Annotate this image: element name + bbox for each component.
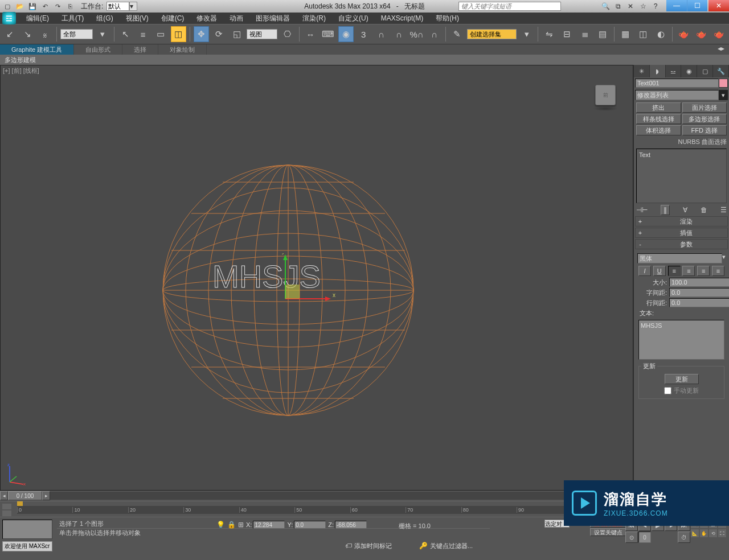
- snap-toggle-icon[interactable]: ◉: [338, 26, 354, 42]
- align-center-button[interactable]: ≡: [682, 266, 695, 276]
- italic-button[interactable]: I: [638, 266, 651, 276]
- exchange-icon[interactable]: ✕: [625, 2, 636, 11]
- setkey-button[interactable]: 设置关键点: [590, 528, 626, 536]
- pivot-icon[interactable]: ⎔: [280, 26, 295, 42]
- menu-views[interactable]: 视图(V): [120, 13, 154, 24]
- key-big-icon[interactable]: 🔑: [419, 542, 428, 550]
- align-icon[interactable]: ⊟: [559, 26, 575, 42]
- mod-btn-nurbs[interactable]: NURBS 曲面选择: [634, 137, 729, 147]
- fov-icon[interactable]: 📐: [690, 529, 699, 538]
- mod-btn-patchsel[interactable]: 面片选择: [682, 102, 727, 113]
- refcoord-dropdown[interactable]: 视图: [247, 29, 277, 39]
- select-rotate-icon[interactable]: ⟳: [211, 26, 227, 42]
- modifier-list-dropdown[interactable]: [635, 90, 719, 100]
- ribbon-panel-label[interactable]: 多边形建模: [5, 56, 36, 64]
- align-justify-button[interactable]: ≡: [712, 266, 724, 276]
- material-editor-icon[interactable]: ◐: [653, 26, 669, 42]
- object-color-swatch[interactable]: [719, 79, 728, 88]
- percent-snap-icon[interactable]: ∩: [374, 26, 389, 42]
- render-frame-icon[interactable]: 🫖: [694, 26, 709, 42]
- add-time-tag[interactable]: 添加时间标记: [354, 542, 392, 550]
- link-icon[interactable]: ⎘: [65, 2, 75, 11]
- rollout-interp[interactable]: + 插值: [635, 228, 728, 238]
- underline-button[interactable]: U: [653, 266, 666, 276]
- curve-editor-icon[interactable]: ▦: [618, 26, 633, 42]
- font-arrow-icon[interactable]: ▾: [722, 253, 726, 263]
- hierarchy-tab-icon[interactable]: ⚍: [666, 65, 682, 77]
- time-slider-track[interactable]: [50, 492, 633, 500]
- layers-icon[interactable]: ≣: [578, 26, 593, 42]
- modifier-stack[interactable]: Text: [636, 149, 727, 203]
- y-coord-input[interactable]: [294, 521, 326, 529]
- schematic-view-icon[interactable]: ◫: [636, 26, 651, 42]
- configure-sets-icon[interactable]: ☰: [720, 206, 727, 214]
- mod-btn-ffdsel[interactable]: FFD 选择: [682, 125, 727, 135]
- ribbon-more-icon[interactable]: ◂▸: [715, 44, 727, 52]
- time-slider-handle[interactable]: 0 / 100: [8, 491, 42, 500]
- redo-icon[interactable]: ↷: [52, 2, 63, 11]
- select-name-icon[interactable]: ≡: [136, 26, 151, 42]
- layer-explorer-icon[interactable]: ▤: [595, 26, 611, 42]
- modifier-list-arrow-icon[interactable]: ▾: [719, 90, 728, 100]
- menu-tools[interactable]: 工具(T): [56, 13, 89, 24]
- spinner-snap2-icon[interactable]: ∩: [427, 26, 442, 42]
- track-keys-icon[interactable]: [2, 510, 11, 516]
- time-prev-icon[interactable]: ◂: [0, 491, 8, 500]
- viewport-label[interactable]: [+] [前] [线框]: [3, 67, 39, 75]
- mod-btn-volsel[interactable]: 体积选择: [636, 125, 681, 135]
- render-production-icon[interactable]: 🫖: [711, 26, 727, 42]
- rollout-render[interactable]: + 渲染: [635, 216, 728, 227]
- named-selection-dropdown[interactable]: 创建选择集: [467, 29, 517, 39]
- lock2-icon[interactable]: 🔒: [227, 521, 236, 529]
- window-crossing-icon[interactable]: ◫: [171, 26, 186, 42]
- workspace-dropdown[interactable]: [107, 2, 129, 11]
- select-move-icon[interactable]: ✥: [194, 26, 209, 42]
- selection-filter-dropdown[interactable]: 全部: [60, 29, 92, 39]
- motion-tab-icon[interactable]: ◉: [681, 65, 697, 77]
- manipulate-icon[interactable]: ↔: [302, 26, 318, 42]
- search-icon[interactable]: 🔍: [600, 2, 611, 11]
- menu-edit[interactable]: 编辑(E): [21, 13, 55, 24]
- display-tab-icon[interactable]: ▢: [697, 65, 713, 77]
- track-expand-icon[interactable]: [2, 504, 11, 509]
- kerning-input[interactable]: [669, 288, 729, 297]
- x-coord-input[interactable]: [253, 521, 285, 529]
- viewport[interactable]: [+] [前] [线框] 前 MHSJS: [0, 65, 633, 491]
- size-input[interactable]: [669, 278, 729, 287]
- mod-btn-splinesel[interactable]: 样条线选择: [636, 114, 681, 124]
- pin-stack-icon[interactable]: ⊣⊢: [636, 206, 648, 214]
- mirror-icon[interactable]: ⇋: [542, 26, 557, 42]
- menu-animation[interactable]: 动画: [224, 13, 249, 24]
- percent-snap2-icon[interactable]: %∩: [409, 26, 424, 42]
- menu-group[interactable]: 组(G): [91, 13, 118, 24]
- subscription-icon[interactable]: ⧉: [613, 2, 623, 11]
- mini-curve-editor[interactable]: [2, 520, 52, 539]
- utilities-tab-icon[interactable]: 🔧: [713, 65, 729, 77]
- undo-icon[interactable]: ↶: [40, 2, 50, 11]
- angle-snap-icon[interactable]: 3: [356, 26, 371, 42]
- track-ruler[interactable]: 0 10 20 30 40 50 60 70 80 90 100: [17, 506, 628, 514]
- show-end-icon[interactable]: ‖: [661, 205, 670, 215]
- align-left-button[interactable]: ≡: [668, 266, 681, 276]
- viewcube[interactable]: 前: [595, 85, 616, 105]
- unlink-tool-icon[interactable]: ↘: [20, 26, 35, 42]
- dropdown-arrow-icon[interactable]: ▾: [95, 26, 110, 42]
- key-filters[interactable]: 关键点过滤器...: [430, 542, 473, 550]
- link-tool-icon[interactable]: ↙: [2, 26, 18, 42]
- ribbon-tab-selection[interactable]: 选择: [122, 44, 158, 55]
- menu-modifiers[interactable]: 修改器: [191, 13, 223, 24]
- mod-btn-extrude[interactable]: 挤出: [636, 102, 681, 113]
- favorite-icon[interactable]: ☆: [638, 2, 648, 11]
- rollout-params[interactable]: - 参数: [635, 239, 728, 249]
- lock-icon[interactable]: 💡: [216, 521, 225, 529]
- minimize-button[interactable]: —: [666, 0, 687, 11]
- named-selection-icon[interactable]: ✎: [449, 26, 465, 42]
- render-setup-icon[interactable]: 🫖: [676, 26, 691, 42]
- new-icon[interactable]: ▢: [2, 2, 13, 11]
- menu-maxscript[interactable]: MAXScript(M): [375, 13, 429, 23]
- z-coord-input[interactable]: [335, 521, 367, 529]
- max-toggle-icon[interactable]: ⛶: [718, 529, 727, 538]
- tag-icon[interactable]: 🏷: [345, 542, 352, 550]
- abs-rel-icon[interactable]: ⊞: [238, 521, 244, 529]
- app-menu-button[interactable]: ☲: [2, 12, 16, 24]
